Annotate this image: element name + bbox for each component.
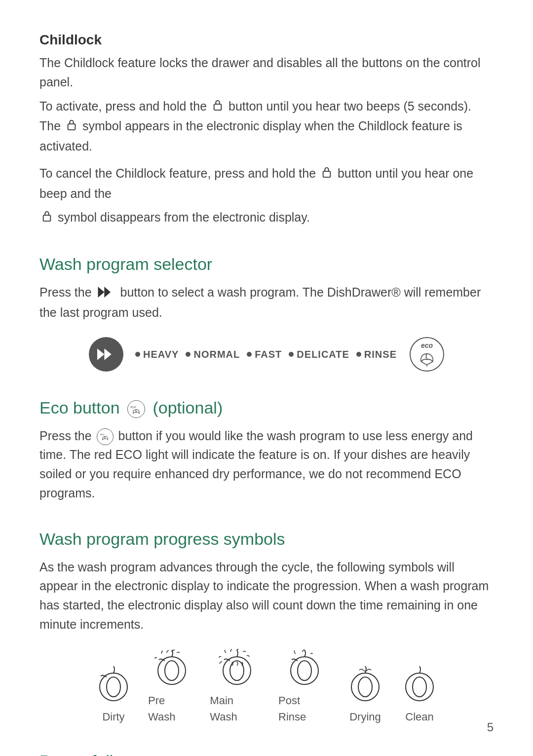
symbol-dirty: Dirty: [94, 665, 133, 725]
program-line: HEAVY NORMAL FAST DELICATE RINSE: [132, 347, 401, 362]
childlock-para2-post: symbol appears in the electronic display…: [39, 119, 462, 153]
childlock-para3: To cancel the Childlock feature, press a…: [39, 164, 494, 203]
label-mainwash: Main Wash: [210, 692, 264, 725]
childlock-para1: The Childlock feature locks the drawer a…: [39, 53, 494, 92]
label-postrinse: Post Rinse: [278, 692, 331, 725]
lock-icon-2: [66, 117, 77, 137]
svg-marker-5: [104, 287, 111, 298]
wash-selector-section: Wash program selector Press the button t…: [39, 252, 494, 372]
dot-fast: [247, 352, 252, 357]
childlock-section: Childlock The Childlock feature locks th…: [39, 30, 494, 228]
eco-button-section: Eco button eco (optional) Press the eco …: [39, 395, 494, 503]
page-number: 5: [487, 718, 494, 736]
svg-point-19: [358, 677, 372, 697]
label-heavy: HEAVY: [143, 347, 179, 362]
label-clean: Clean: [405, 709, 433, 725]
svg-rect-1: [68, 124, 76, 130]
power-failure-section: Power failure If the DishDrawer® is oper…: [39, 749, 494, 756]
symbol-postrinse: Post Rinse: [278, 649, 331, 725]
progress-symbols-title: Wash program progress symbols: [39, 527, 494, 552]
symbol-drying: Drying: [345, 665, 385, 725]
svg-rect-2: [323, 171, 331, 177]
svg-point-11: [107, 677, 120, 697]
svg-point-13: [165, 661, 179, 680]
svg-rect-3: [43, 215, 51, 221]
childlock-para3-pre: To cancel the Childlock feature, press a…: [39, 166, 316, 180]
forward-icon-inline: [98, 284, 114, 303]
dot-rinse: [356, 352, 361, 357]
progress-symbols-para: As the wash program advances through the…: [39, 558, 494, 634]
label-delicate: DELICATE: [297, 347, 349, 362]
svg-point-15: [230, 661, 244, 680]
forward-button-diagram: [89, 337, 123, 372]
svg-marker-6: [97, 348, 104, 360]
childlock-para3b: symbol disappears from the electronic di…: [39, 208, 494, 228]
eco-circle-diagram: eco: [410, 337, 444, 372]
label-fast: FAST: [255, 347, 282, 362]
eco-button-title: Eco button eco (optional): [39, 395, 494, 420]
svg-marker-4: [98, 287, 104, 298]
label-normal: NORMAL: [193, 347, 240, 362]
wash-selector-title: Wash program selector: [39, 252, 494, 277]
power-failure-title: Power failure: [39, 749, 494, 756]
symbol-mainwash: Main Wash: [210, 649, 264, 725]
label-rinse: RINSE: [364, 347, 397, 362]
svg-text:eco: eco: [130, 405, 136, 408]
eco-icon-title: eco: [127, 400, 145, 418]
svg-rect-0: [214, 104, 222, 110]
childlock-para3-post: symbol disappears from the electronic di…: [58, 210, 310, 224]
dot-normal: [186, 352, 190, 357]
label-prewash: Pre Wash: [148, 692, 195, 725]
lock-icon-4: [41, 209, 52, 228]
svg-point-17: [298, 661, 311, 680]
progress-symbols-row: Dirty Pre Wash: [94, 649, 439, 725]
label-drying: Drying: [349, 709, 381, 725]
childlock-para2-pre: To activate, press and hold the: [39, 99, 207, 113]
symbol-clean: Clean: [400, 665, 439, 725]
eco-btn-inline: eco: [97, 428, 114, 445]
svg-marker-7: [104, 348, 111, 360]
symbol-prewash: Pre Wash: [148, 649, 195, 725]
wash-selector-para-pre: Press the: [39, 285, 92, 299]
eco-button-para: Press the eco button if you would like t…: [39, 426, 494, 503]
label-dirty: Dirty: [102, 709, 124, 725]
progress-symbols-section: Wash program progress symbols As the was…: [39, 527, 494, 725]
svg-point-21: [413, 677, 426, 697]
lock-icon-3: [321, 165, 332, 184]
dot-heavy: [135, 352, 140, 357]
svg-text:eco: eco: [100, 433, 104, 436]
eco-text-diagram: eco: [421, 340, 433, 351]
wash-selector-diagram: HEAVY NORMAL FAST DELICATE RINSE eco: [99, 337, 434, 372]
lock-icon-1: [212, 98, 223, 117]
dot-delicate: [289, 352, 294, 357]
childlock-title: Childlock: [39, 30, 494, 50]
childlock-para2: To activate, press and hold the button u…: [39, 97, 494, 156]
wash-selector-para: Press the button to select a wash progra…: [39, 283, 494, 322]
